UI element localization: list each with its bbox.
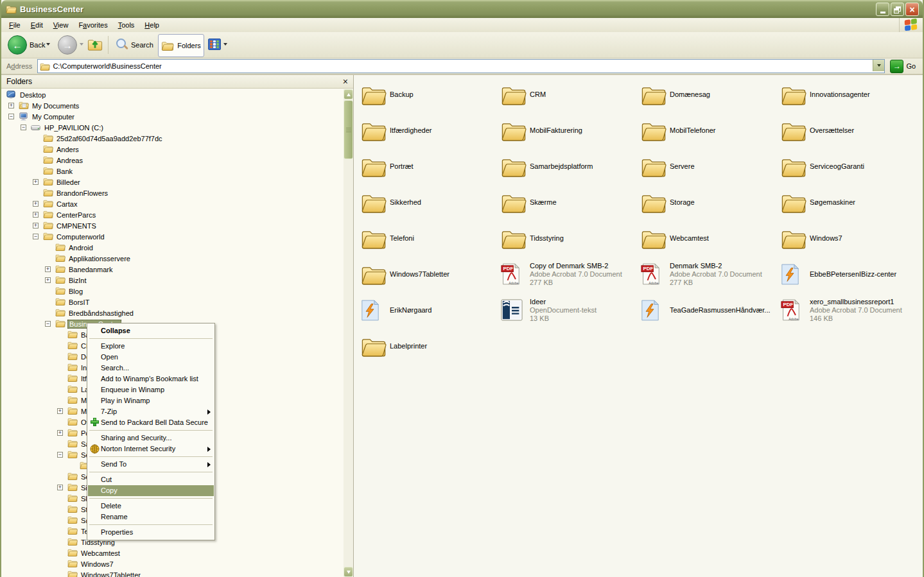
tree-item-label[interactable]: Android [67, 243, 94, 252]
file-tile-telefoni[interactable]: Telefoni [361, 224, 497, 252]
search-icon[interactable] [116, 38, 128, 51]
scroll-up-icon[interactable] [344, 89, 353, 99]
back-button-label[interactable]: Back [30, 41, 45, 49]
expander-icon[interactable]: − [57, 452, 63, 458]
file-name[interactable]: Servere [670, 162, 695, 171]
file-name[interactable]: Skærme [530, 198, 557, 207]
file-tile-backup[interactable]: Backup [361, 80, 497, 108]
menu-tools[interactable]: Tools [113, 19, 140, 31]
expander-icon[interactable]: + [33, 212, 39, 218]
tree-item-label[interactable]: Blog [67, 287, 84, 296]
menu-favorites[interactable]: Favorites [73, 19, 112, 31]
forward-icon[interactable]: → [58, 35, 77, 55]
file-tile-mobiltelefoner[interactable]: MobilTelefoner [641, 116, 777, 144]
menu-help[interactable]: Help [139, 19, 164, 31]
context-menu-item-enqueue-in-winamp[interactable]: Enqueue in Winamp [88, 384, 214, 395]
minimize-button[interactable] [876, 3, 889, 16]
context-menu-item-properties[interactable]: Properties [88, 527, 214, 538]
tree-item-label[interactable]: Banedanmark [67, 265, 114, 274]
tree-item-label[interactable]: CMPNENTS [55, 221, 98, 230]
up-icon[interactable] [87, 37, 103, 51]
file-name[interactable]: MobilTelefoner [670, 126, 716, 135]
tree-item-label[interactable]: 25d2af60d74d5aa9add2eb77f7dc [55, 134, 164, 143]
file-name[interactable]: Denmark SMB-2 [670, 262, 762, 270]
tree-item-label[interactable]: Windows7 [80, 560, 115, 569]
expander-icon[interactable]: + [45, 277, 51, 283]
tree-scrollbar[interactable] [344, 89, 353, 577]
tree-item-label[interactable]: Windows7Tabletter [80, 571, 142, 577]
file-tile-ideer[interactable]: Ideer OpenDocument-tekst 13 KB [501, 296, 637, 324]
tree-item-label[interactable]: BorsIT [67, 298, 91, 307]
file-tile-dom-nesag[interactable]: Domænesag [641, 80, 777, 108]
context-menu-item-copy[interactable]: Copy [88, 485, 214, 496]
file-tile-s-gemaskiner[interactable]: Søgemaskiner [781, 188, 917, 216]
go-button[interactable]: → Go [890, 60, 916, 73]
tree-item-label[interactable]: My Documents [31, 101, 80, 110]
file-tile-mobilfakturering[interactable]: MobilFakturering [501, 116, 637, 144]
file-name[interactable]: Webcamtest [670, 234, 709, 243]
scroll-down-icon[interactable] [344, 567, 353, 577]
restore-button[interactable] [891, 3, 904, 16]
file-name[interactable]: xero_smallbusinessreport1 [810, 298, 902, 306]
tree-item-label[interactable]: Computerworld [55, 232, 106, 241]
expander-icon[interactable]: − [45, 321, 51, 327]
file-name[interactable]: Sikkerhed [390, 198, 421, 207]
expander-icon[interactable]: + [33, 201, 39, 207]
file-name[interactable]: Oversættelser [810, 126, 854, 135]
file-tile-sikkerhed[interactable]: Sikkerhed [361, 188, 497, 216]
file-tile-overs-ttelser[interactable]: Oversættelser [781, 116, 917, 144]
expander-icon[interactable]: − [21, 125, 26, 130]
context-menu-item-search-[interactable]: Search... [88, 363, 214, 374]
file-tile-itf-rdigheder[interactable]: Itfærdigheder [361, 116, 497, 144]
menu-edit[interactable]: Edit [26, 19, 48, 31]
file-tile-servere[interactable]: Servere [641, 152, 777, 180]
context-menu-item-sharing-and-security-[interactable]: Sharing and Security... [88, 433, 214, 444]
file-tile-xero-smallbusinessreport1[interactable]: PDFAdobe xero_smallbusinessreport1 Adobe… [781, 296, 917, 324]
context-menu-item-send-to[interactable]: Send To [88, 459, 214, 470]
tree-item-label[interactable]: BizInt [67, 276, 88, 285]
context-menu-item-explore[interactable]: Explore [88, 341, 214, 352]
tree-item-label[interactable]: Billeder [55, 178, 82, 187]
file-name[interactable]: TeaGadeRasmussenHåndvær... [670, 306, 771, 314]
tree-item-label[interactable]: Applikationsservere [67, 254, 132, 263]
context-menu-item-open[interactable]: Open [88, 352, 214, 363]
file-tile-tidsstyring[interactable]: Tidsstyring [501, 224, 637, 252]
back-icon[interactable]: ← [8, 35, 27, 55]
file-name[interactable]: Backup [390, 90, 414, 99]
file-name[interactable]: Telefoni [390, 234, 414, 243]
file-name[interactable]: Storage [670, 198, 695, 207]
title-bar[interactable]: BusinessCenter × [1, 0, 923, 18]
tree-item-label[interactable]: Webcamtest [80, 549, 121, 558]
file-tile-copy-of-denmark-smb-2[interactable]: PDFAdobe Copy of Denmark SMB-2 Adobe Acr… [501, 260, 637, 288]
file-name[interactable]: Ideer [530, 298, 597, 306]
file-name[interactable]: ErikNørgaard [390, 306, 431, 314]
file-tile-erikn-rgaard[interactable]: ErikNørgaard [361, 296, 497, 324]
expander-icon[interactable]: + [57, 430, 63, 436]
file-name[interactable]: ServiceogGaranti [810, 162, 864, 171]
context-menu-item-add-to-winamp-s-bookmark-list[interactable]: Add to Winamp's Bookmark list [88, 374, 214, 384]
expander-icon[interactable]: + [57, 485, 63, 490]
menu-file[interactable]: File [4, 19, 26, 31]
file-tile-storage[interactable]: Storage [641, 188, 777, 216]
expander-icon[interactable]: − [8, 114, 14, 119]
expander-icon[interactable]: − [33, 234, 39, 239]
expander-icon[interactable]: + [57, 408, 63, 414]
file-tile-labelprinter[interactable]: Labelprinter [361, 332, 497, 360]
scrollbar-thumb[interactable] [344, 100, 353, 159]
address-input[interactable]: C:\Computerworld\BusinessCenter [37, 59, 885, 73]
expander-icon[interactable]: + [33, 223, 39, 228]
context-menu-item-collapse[interactable]: Collapse [88, 325, 214, 336]
file-tile-serviceoggaranti[interactable]: ServiceogGaranti [781, 152, 917, 180]
tree-item-label[interactable]: Desktop [19, 90, 47, 99]
expander-icon[interactable]: + [45, 266, 51, 272]
tree-item-label[interactable]: Anders [55, 145, 80, 154]
file-name[interactable]: Itfærdigheder [390, 126, 431, 135]
file-name[interactable]: Portræt [390, 162, 414, 171]
file-name[interactable]: Domænesag [670, 90, 710, 99]
file-name[interactable]: Labelprinter [390, 342, 427, 350]
tree-item-label[interactable]: HP_PAVILION (C:) [43, 123, 105, 132]
tree-item-label[interactable]: CenterParcs [55, 211, 97, 220]
folders-button[interactable]: Folders [158, 34, 204, 57]
file-tile-ebbebpetersenibizz-center[interactable]: EbbeBPetersenIBizz-center [781, 260, 917, 288]
file-name[interactable]: Windows7 [810, 234, 842, 243]
